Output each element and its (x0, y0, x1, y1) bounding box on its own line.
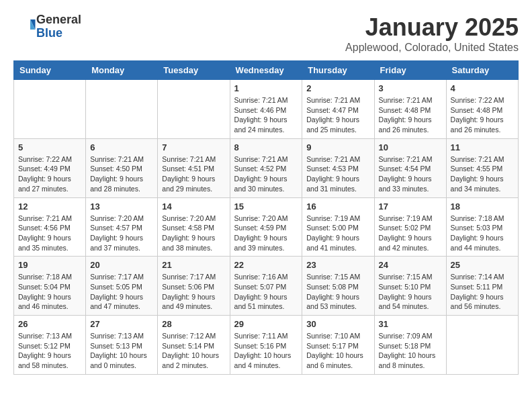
day-info: Sunrise: 7:21 AM Sunset: 4:47 PM Dayligh… (306, 95, 369, 135)
calendar-week-row: 12Sunrise: 7:21 AM Sunset: 4:56 PM Dayli… (14, 197, 519, 257)
day-info: Sunrise: 7:21 AM Sunset: 4:48 PM Dayligh… (379, 95, 442, 135)
calendar-cell: 21Sunrise: 7:17 AM Sunset: 5:06 PM Dayli… (158, 257, 230, 316)
day-number: 29 (234, 319, 298, 329)
weekday-header-saturday: Saturday (446, 61, 518, 80)
logo-general-text: General (36, 13, 81, 26)
day-number: 24 (379, 260, 442, 270)
calendar-cell: 25Sunrise: 7:14 AM Sunset: 5:11 PM Dayli… (446, 257, 518, 316)
calendar-cell: 15Sunrise: 7:20 AM Sunset: 4:59 PM Dayli… (230, 197, 302, 257)
day-number: 18 (451, 201, 514, 212)
day-number: 28 (162, 319, 225, 329)
day-number: 26 (18, 319, 81, 329)
calendar-cell: 16Sunrise: 7:19 AM Sunset: 5:00 PM Dayli… (302, 197, 374, 257)
calendar-cell: 28Sunrise: 7:12 AM Sunset: 5:14 PM Dayli… (158, 316, 230, 375)
logo-icon (16, 15, 36, 36)
weekday-header-friday: Friday (374, 61, 446, 80)
day-number: 16 (306, 201, 369, 212)
calendar-week-row: 26Sunrise: 7:13 AM Sunset: 5:12 PM Dayli… (14, 316, 519, 375)
day-number: 7 (162, 142, 225, 152)
page-header: General Blue January 2025 Applewood, Col… (13, 13, 519, 54)
day-info: Sunrise: 7:21 AM Sunset: 4:54 PM Dayligh… (379, 154, 442, 194)
day-number: 1 (234, 83, 298, 93)
day-number: 19 (18, 260, 81, 270)
day-number: 14 (162, 201, 225, 212)
day-info: Sunrise: 7:21 AM Sunset: 4:50 PM Dayligh… (90, 154, 153, 194)
day-number: 4 (451, 83, 514, 93)
day-info: Sunrise: 7:13 AM Sunset: 5:12 PM Dayligh… (18, 331, 81, 371)
day-number: 27 (90, 319, 153, 329)
day-number: 2 (306, 83, 369, 93)
day-number: 8 (234, 142, 298, 152)
calendar-cell (446, 316, 518, 375)
calendar-cell: 11Sunrise: 7:21 AM Sunset: 4:55 PM Dayli… (446, 138, 518, 197)
day-info: Sunrise: 7:21 AM Sunset: 4:46 PM Dayligh… (234, 95, 298, 135)
day-info: Sunrise: 7:15 AM Sunset: 5:08 PM Dayligh… (306, 272, 369, 312)
calendar-cell: 30Sunrise: 7:10 AM Sunset: 5:17 PM Dayli… (302, 316, 374, 375)
calendar-cell: 10Sunrise: 7:21 AM Sunset: 4:54 PM Dayli… (374, 138, 446, 197)
day-info: Sunrise: 7:12 AM Sunset: 5:14 PM Dayligh… (162, 331, 225, 371)
day-info: Sunrise: 7:10 AM Sunset: 5:17 PM Dayligh… (306, 331, 369, 371)
day-info: Sunrise: 7:20 AM Sunset: 4:59 PM Dayligh… (234, 214, 298, 253)
calendar-cell: 3Sunrise: 7:21 AM Sunset: 4:48 PM Daylig… (374, 80, 446, 139)
calendar-cell (14, 80, 86, 139)
day-number: 12 (18, 201, 81, 212)
calendar-cell: 13Sunrise: 7:20 AM Sunset: 4:57 PM Dayli… (86, 197, 158, 257)
location-title: Applewood, Colorado, United States (345, 42, 519, 54)
weekday-header-row: SundayMondayTuesdayWednesdayThursdayFrid… (14, 61, 519, 80)
day-info: Sunrise: 7:14 AM Sunset: 5:11 PM Dayligh… (451, 272, 514, 312)
calendar-week-row: 1Sunrise: 7:21 AM Sunset: 4:46 PM Daylig… (14, 80, 519, 139)
day-info: Sunrise: 7:16 AM Sunset: 5:07 PM Dayligh… (234, 272, 298, 312)
day-info: Sunrise: 7:17 AM Sunset: 5:05 PM Dayligh… (90, 272, 153, 312)
calendar-cell: 27Sunrise: 7:13 AM Sunset: 5:13 PM Dayli… (86, 316, 158, 375)
weekday-header-tuesday: Tuesday (158, 61, 230, 80)
day-number: 23 (306, 260, 369, 270)
calendar-cell (86, 80, 158, 139)
day-number: 5 (18, 142, 81, 152)
day-info: Sunrise: 7:19 AM Sunset: 5:02 PM Dayligh… (379, 214, 442, 253)
weekday-header-thursday: Thursday (302, 61, 374, 80)
calendar-cell: 19Sunrise: 7:18 AM Sunset: 5:04 PM Dayli… (14, 257, 86, 316)
title-block: January 2025 Applewood, Colorado, United… (345, 13, 519, 54)
calendar-table: SundayMondayTuesdayWednesdayThursdayFrid… (13, 60, 519, 375)
day-info: Sunrise: 7:19 AM Sunset: 5:00 PM Dayligh… (306, 214, 369, 253)
calendar-cell: 7Sunrise: 7:21 AM Sunset: 4:51 PM Daylig… (158, 138, 230, 197)
day-number: 22 (234, 260, 298, 270)
day-number: 3 (379, 83, 442, 93)
day-info: Sunrise: 7:21 AM Sunset: 4:52 PM Dayligh… (234, 154, 298, 194)
logo-blue-text: Blue (36, 26, 62, 40)
calendar-week-row: 5Sunrise: 7:22 AM Sunset: 4:49 PM Daylig… (14, 138, 519, 197)
day-info: Sunrise: 7:20 AM Sunset: 4:58 PM Dayligh… (162, 214, 225, 253)
day-number: 13 (90, 201, 153, 212)
day-number: 9 (306, 142, 369, 152)
day-number: 11 (451, 142, 514, 152)
calendar-cell: 24Sunrise: 7:15 AM Sunset: 5:10 PM Dayli… (374, 257, 446, 316)
day-info: Sunrise: 7:20 AM Sunset: 4:57 PM Dayligh… (90, 214, 153, 253)
day-info: Sunrise: 7:11 AM Sunset: 5:16 PM Dayligh… (234, 331, 298, 371)
logo: General Blue (13, 13, 81, 40)
day-info: Sunrise: 7:21 AM Sunset: 4:56 PM Dayligh… (18, 214, 81, 253)
calendar-cell: 1Sunrise: 7:21 AM Sunset: 4:46 PM Daylig… (230, 80, 302, 139)
calendar-week-row: 19Sunrise: 7:18 AM Sunset: 5:04 PM Dayli… (14, 257, 519, 316)
day-number: 17 (379, 201, 442, 212)
calendar-cell: 9Sunrise: 7:21 AM Sunset: 4:53 PM Daylig… (302, 138, 374, 197)
calendar-cell: 4Sunrise: 7:22 AM Sunset: 4:48 PM Daylig… (446, 80, 518, 139)
day-number: 21 (162, 260, 225, 270)
day-info: Sunrise: 7:09 AM Sunset: 5:18 PM Dayligh… (379, 331, 442, 371)
day-number: 25 (451, 260, 514, 270)
calendar-cell: 31Sunrise: 7:09 AM Sunset: 5:18 PM Dayli… (374, 316, 446, 375)
day-number: 31 (379, 319, 442, 329)
calendar-cell: 20Sunrise: 7:17 AM Sunset: 5:05 PM Dayli… (86, 257, 158, 316)
calendar-cell: 18Sunrise: 7:18 AM Sunset: 5:03 PM Dayli… (446, 197, 518, 257)
day-info: Sunrise: 7:21 AM Sunset: 4:51 PM Dayligh… (162, 154, 225, 194)
calendar-cell: 29Sunrise: 7:11 AM Sunset: 5:16 PM Dayli… (230, 316, 302, 375)
calendar-cell: 17Sunrise: 7:19 AM Sunset: 5:02 PM Dayli… (374, 197, 446, 257)
month-title: January 2025 (345, 13, 519, 42)
day-info: Sunrise: 7:22 AM Sunset: 4:49 PM Dayligh… (18, 154, 81, 194)
calendar-cell: 5Sunrise: 7:22 AM Sunset: 4:49 PM Daylig… (14, 138, 86, 197)
day-number: 20 (90, 260, 153, 270)
weekday-header-monday: Monday (86, 61, 158, 80)
day-info: Sunrise: 7:18 AM Sunset: 5:04 PM Dayligh… (18, 272, 81, 312)
day-info: Sunrise: 7:21 AM Sunset: 4:53 PM Dayligh… (306, 154, 369, 194)
calendar-cell: 23Sunrise: 7:15 AM Sunset: 5:08 PM Dayli… (302, 257, 374, 316)
day-info: Sunrise: 7:13 AM Sunset: 5:13 PM Dayligh… (90, 331, 153, 371)
